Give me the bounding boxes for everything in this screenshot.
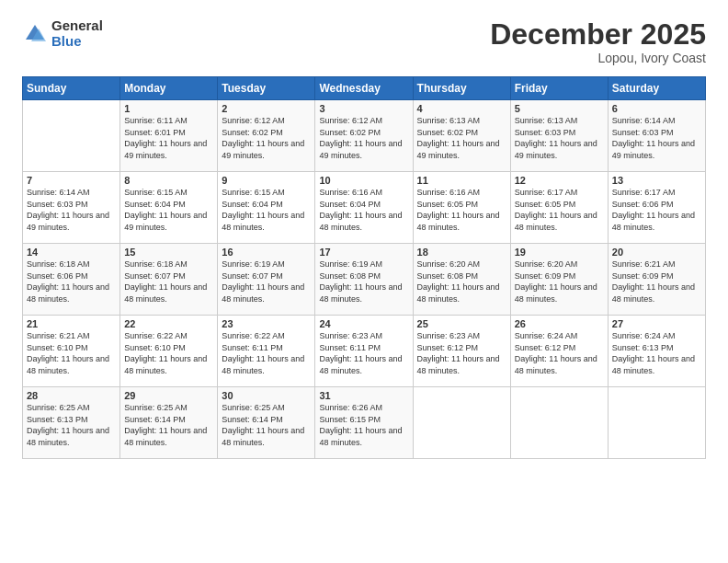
calendar-cell: 22Sunrise: 6:22 AMSunset: 6:10 PMDayligh… <box>120 316 218 387</box>
day-number: 28 <box>27 390 116 401</box>
col-header-wednesday: Wednesday <box>315 77 413 100</box>
cell-info: Sunrise: 6:14 AMSunset: 6:03 PMDaylight:… <box>27 187 116 233</box>
col-header-sunday: Sunday <box>23 77 120 100</box>
cell-info: Sunrise: 6:15 AMSunset: 6:04 PMDaylight:… <box>124 187 213 233</box>
day-number: 30 <box>222 390 311 401</box>
day-number: 10 <box>319 175 408 186</box>
calendar-cell: 18Sunrise: 6:20 AMSunset: 6:08 PMDayligh… <box>413 244 510 316</box>
day-number: 21 <box>27 318 116 329</box>
cell-info: Sunrise: 6:16 AMSunset: 6:04 PMDaylight:… <box>319 187 408 233</box>
cell-info: Sunrise: 6:20 AMSunset: 6:09 PMDaylight:… <box>515 259 604 304</box>
calendar-cell: 26Sunrise: 6:24 AMSunset: 6:12 PMDayligh… <box>510 316 608 387</box>
day-number: 9 <box>222 175 311 186</box>
month-title: December 2025 <box>490 18 706 51</box>
calendar-cell: 27Sunrise: 6:24 AMSunset: 6:13 PMDayligh… <box>608 316 705 387</box>
day-number: 11 <box>417 175 506 186</box>
calendar-week-row: 1Sunrise: 6:11 AMSunset: 6:01 PMDaylight… <box>23 100 706 172</box>
calendar-cell: 5Sunrise: 6:13 AMSunset: 6:03 PMDaylight… <box>510 100 608 172</box>
day-number: 22 <box>124 318 213 329</box>
day-number: 20 <box>612 247 701 258</box>
cell-info: Sunrise: 6:17 AMSunset: 6:05 PMDaylight:… <box>515 187 604 233</box>
calendar-cell: 17Sunrise: 6:19 AMSunset: 6:08 PMDayligh… <box>315 244 413 316</box>
col-header-thursday: Thursday <box>413 77 510 100</box>
calendar-cell: 7Sunrise: 6:14 AMSunset: 6:03 PMDaylight… <box>23 172 120 244</box>
cell-info: Sunrise: 6:16 AMSunset: 6:05 PMDaylight:… <box>417 187 506 233</box>
day-number: 19 <box>515 247 604 258</box>
cell-info: Sunrise: 6:25 AMSunset: 6:14 PMDaylight:… <box>124 402 213 448</box>
calendar-cell: 28Sunrise: 6:25 AMSunset: 6:13 PMDayligh… <box>23 387 120 459</box>
cell-info: Sunrise: 6:11 AMSunset: 6:01 PMDaylight:… <box>124 115 213 161</box>
cell-info: Sunrise: 6:22 AMSunset: 6:11 PMDaylight:… <box>222 330 311 376</box>
cell-info: Sunrise: 6:23 AMSunset: 6:12 PMDaylight:… <box>417 330 506 376</box>
calendar-cell: 24Sunrise: 6:23 AMSunset: 6:11 PMDayligh… <box>315 316 413 387</box>
col-header-saturday: Saturday <box>608 77 705 100</box>
day-number: 3 <box>319 103 408 114</box>
day-number: 24 <box>319 318 408 329</box>
day-number: 6 <box>612 103 701 114</box>
calendar-cell: 11Sunrise: 6:16 AMSunset: 6:05 PMDayligh… <box>413 172 510 244</box>
cell-info: Sunrise: 6:13 AMSunset: 6:02 PMDaylight:… <box>417 115 506 161</box>
calendar-cell: 25Sunrise: 6:23 AMSunset: 6:12 PMDayligh… <box>413 316 510 387</box>
col-header-tuesday: Tuesday <box>218 77 315 100</box>
cell-info: Sunrise: 6:15 AMSunset: 6:04 PMDaylight:… <box>222 187 311 233</box>
calendar-cell <box>23 100 120 172</box>
day-number: 27 <box>612 318 701 329</box>
cell-info: Sunrise: 6:24 AMSunset: 6:12 PMDaylight:… <box>515 330 604 376</box>
cell-info: Sunrise: 6:22 AMSunset: 6:10 PMDaylight:… <box>124 330 213 376</box>
calendar-cell: 16Sunrise: 6:19 AMSunset: 6:07 PMDayligh… <box>218 244 315 316</box>
logo-text: General Blue <box>51 18 103 49</box>
calendar-cell <box>510 387 608 459</box>
day-number: 2 <box>222 103 311 114</box>
calendar-header-row: SundayMondayTuesdayWednesdayThursdayFrid… <box>23 77 706 100</box>
day-number: 4 <box>417 103 506 114</box>
calendar-cell: 10Sunrise: 6:16 AMSunset: 6:04 PMDayligh… <box>315 172 413 244</box>
calendar-cell: 30Sunrise: 6:25 AMSunset: 6:14 PMDayligh… <box>218 387 315 459</box>
cell-info: Sunrise: 6:12 AMSunset: 6:02 PMDaylight:… <box>222 115 311 161</box>
logo: General Blue <box>22 18 103 49</box>
cell-info: Sunrise: 6:13 AMSunset: 6:03 PMDaylight:… <box>515 115 604 161</box>
day-number: 23 <box>222 318 311 329</box>
header: General Blue December 2025 Lopou, Ivory … <box>22 18 706 65</box>
cell-info: Sunrise: 6:21 AMSunset: 6:10 PMDaylight:… <box>27 330 116 376</box>
col-header-friday: Friday <box>510 77 608 100</box>
calendar-cell: 8Sunrise: 6:15 AMSunset: 6:04 PMDaylight… <box>120 172 218 244</box>
cell-info: Sunrise: 6:14 AMSunset: 6:03 PMDaylight:… <box>612 115 701 161</box>
cell-info: Sunrise: 6:25 AMSunset: 6:14 PMDaylight:… <box>222 402 311 448</box>
cell-info: Sunrise: 6:23 AMSunset: 6:11 PMDaylight:… <box>319 330 408 376</box>
calendar-cell: 15Sunrise: 6:18 AMSunset: 6:07 PMDayligh… <box>120 244 218 316</box>
calendar-table: SundayMondayTuesdayWednesdayThursdayFrid… <box>22 76 706 459</box>
cell-info: Sunrise: 6:18 AMSunset: 6:07 PMDaylight:… <box>124 259 213 304</box>
logo-general-text: General <box>51 18 103 34</box>
calendar-cell: 3Sunrise: 6:12 AMSunset: 6:02 PMDaylight… <box>315 100 413 172</box>
cell-info: Sunrise: 6:19 AMSunset: 6:08 PMDaylight:… <box>319 259 408 304</box>
calendar-cell: 13Sunrise: 6:17 AMSunset: 6:06 PMDayligh… <box>608 172 705 244</box>
day-number: 13 <box>612 175 701 186</box>
calendar-cell <box>413 387 510 459</box>
calendar-cell: 21Sunrise: 6:21 AMSunset: 6:10 PMDayligh… <box>23 316 120 387</box>
calendar-cell: 19Sunrise: 6:20 AMSunset: 6:09 PMDayligh… <box>510 244 608 316</box>
cell-info: Sunrise: 6:17 AMSunset: 6:06 PMDaylight:… <box>612 187 701 233</box>
day-number: 31 <box>319 390 408 401</box>
cell-info: Sunrise: 6:18 AMSunset: 6:06 PMDaylight:… <box>27 259 116 304</box>
logo-icon <box>22 21 48 47</box>
calendar-week-row: 7Sunrise: 6:14 AMSunset: 6:03 PMDaylight… <box>23 172 706 244</box>
title-block: December 2025 Lopou, Ivory Coast <box>490 18 706 65</box>
day-number: 16 <box>222 247 311 258</box>
calendar-cell: 31Sunrise: 6:26 AMSunset: 6:15 PMDayligh… <box>315 387 413 459</box>
cell-info: Sunrise: 6:25 AMSunset: 6:13 PMDaylight:… <box>27 402 116 448</box>
calendar-week-row: 14Sunrise: 6:18 AMSunset: 6:06 PMDayligh… <box>23 244 706 316</box>
cell-info: Sunrise: 6:12 AMSunset: 6:02 PMDaylight:… <box>319 115 408 161</box>
calendar-page: General Blue December 2025 Lopou, Ivory … <box>0 0 728 563</box>
cell-info: Sunrise: 6:24 AMSunset: 6:13 PMDaylight:… <box>612 330 701 376</box>
day-number: 12 <box>515 175 604 186</box>
calendar-cell: 29Sunrise: 6:25 AMSunset: 6:14 PMDayligh… <box>120 387 218 459</box>
calendar-cell: 2Sunrise: 6:12 AMSunset: 6:02 PMDaylight… <box>218 100 315 172</box>
calendar-cell: 9Sunrise: 6:15 AMSunset: 6:04 PMDaylight… <box>218 172 315 244</box>
day-number: 25 <box>417 318 506 329</box>
location-subtitle: Lopou, Ivory Coast <box>490 51 706 65</box>
day-number: 8 <box>124 175 213 186</box>
cell-info: Sunrise: 6:21 AMSunset: 6:09 PMDaylight:… <box>612 259 701 304</box>
calendar-cell <box>608 387 705 459</box>
calendar-cell: 4Sunrise: 6:13 AMSunset: 6:02 PMDaylight… <box>413 100 510 172</box>
day-number: 29 <box>124 390 213 401</box>
